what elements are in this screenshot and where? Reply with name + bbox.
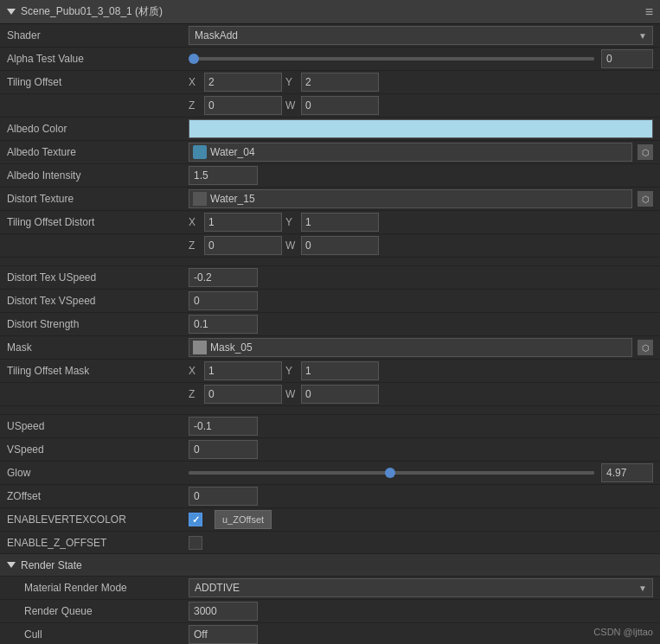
distort-vspeed-controls: 0 bbox=[189, 291, 653, 310]
distort-uspeed-input[interactable]: -0.2 bbox=[189, 268, 258, 287]
alpha-test-row: Alpha Test Value 0 bbox=[0, 48, 660, 71]
tiling-y-input[interactable]: 2 bbox=[301, 73, 379, 92]
albedo-intensity-input[interactable]: 1.5 bbox=[189, 166, 258, 185]
mask-texture-btn[interactable]: ⬡ bbox=[638, 340, 653, 355]
tiling-distort-controls1: X 1 Y 1 bbox=[189, 213, 653, 232]
w-label: W bbox=[285, 99, 298, 112]
albedo-texture-label: Albedo Texture bbox=[7, 146, 189, 158]
zoffset-row: ZOffset 0 bbox=[0, 485, 660, 508]
alpha-test-input[interactable]: 0 bbox=[601, 49, 653, 68]
enable-z-offset-row: ENABLE_Z_OFFSET bbox=[0, 532, 660, 554]
albedo-color-controls bbox=[189, 119, 653, 138]
y-label: Y bbox=[285, 76, 298, 88]
albedo-texture-btn[interactable]: ⬡ bbox=[638, 144, 653, 160]
glow-input[interactable]: 4.97 bbox=[601, 463, 653, 482]
alpha-test-thumb[interactable] bbox=[189, 54, 199, 64]
zoffset-label: ZOffset bbox=[7, 490, 189, 502]
distort-vspeed-label: Distort Tex VSpeed bbox=[7, 295, 189, 307]
zoffset-controls: 0 bbox=[189, 487, 653, 506]
distort-texture-btn[interactable]: ⬡ bbox=[638, 191, 653, 207]
render-state-collapse-icon[interactable] bbox=[7, 562, 16, 568]
tiling-mask-controls2: Z 0 W 0 bbox=[189, 385, 653, 404]
tiling-distort-w[interactable]: 0 bbox=[301, 236, 379, 255]
distort-strength-row: Distort Strength 0.1 bbox=[0, 313, 660, 336]
mask-label: Mask bbox=[7, 341, 189, 354]
tiling-mask-row2: Z 0 W 0 bbox=[0, 383, 660, 406]
tiling-distort-y[interactable]: 1 bbox=[301, 213, 379, 232]
mask-icon bbox=[193, 341, 207, 354]
enablevertexcolor-checkbox[interactable]: ✓ bbox=[189, 513, 202, 526]
albedo-texture-row: Albedo Texture Water_04 ⬡ bbox=[0, 141, 660, 164]
alpha-test-label: Alpha Test Value bbox=[7, 53, 189, 65]
menu-icon[interactable]: ≡ bbox=[645, 4, 653, 20]
tiling-x-input[interactable]: 2 bbox=[204, 73, 282, 92]
x-label: X bbox=[189, 76, 201, 88]
albedo-intensity-controls: 1.5 bbox=[189, 166, 653, 185]
tiling-mask-z[interactable]: 0 bbox=[204, 385, 282, 404]
tiling-distort-row1: Tiling Offset Distort X 1 Y 1 bbox=[0, 211, 660, 234]
tiling-offset-row1: Tiling Offset X 2 Y 2 bbox=[0, 71, 660, 94]
albedo-color-label: Albedo Color bbox=[7, 123, 189, 135]
shader-dropdown[interactable]: MaskAdd ▼ bbox=[189, 26, 653, 45]
glow-controls: 4.97 bbox=[189, 463, 653, 482]
distort-strength-input[interactable]: 0.1 bbox=[189, 315, 258, 334]
alpha-test-track bbox=[189, 57, 594, 61]
tiling-mask-controls1: X 1 Y 1 bbox=[189, 361, 653, 380]
collapse-icon[interactable] bbox=[7, 9, 16, 15]
shader-label: Shader bbox=[7, 29, 189, 41]
tiling-w-input[interactable]: 0 bbox=[301, 96, 379, 115]
spacer-row1 bbox=[0, 258, 660, 266]
albedo-texture-icon bbox=[193, 145, 207, 159]
glow-slider[interactable] bbox=[189, 471, 594, 475]
render-state-label: Render State bbox=[21, 559, 82, 571]
material-render-mode-controls: ADDTIVE ▼ bbox=[189, 578, 653, 597]
render-queue-controls: 3000 bbox=[189, 602, 653, 621]
distort-vspeed-input[interactable]: 0 bbox=[189, 291, 258, 310]
tiling-offset-row2: Z 0 W 0 bbox=[0, 94, 660, 118]
shader-controls: MaskAdd ▼ bbox=[189, 26, 653, 45]
distort-uspeed-label: Distort Tex USpeed bbox=[7, 271, 189, 284]
tiling-offset-controls2: Z 0 W 0 bbox=[189, 96, 653, 115]
material-render-mode-row: Material Render Mode ADDTIVE ▼ bbox=[0, 577, 660, 600]
z-label: Z bbox=[189, 99, 201, 112]
mask-texture-field[interactable]: Mask_05 bbox=[189, 338, 632, 357]
tiling-distort-x[interactable]: 1 bbox=[204, 213, 282, 232]
dw-label: W bbox=[285, 239, 298, 252]
tiling-offset-controls1: X 2 Y 2 bbox=[189, 73, 653, 92]
render-queue-row: Render Queue 3000 bbox=[0, 600, 660, 623]
dz-label: Z bbox=[189, 239, 201, 252]
tiling-mask-w[interactable]: 0 bbox=[301, 385, 379, 404]
tiling-mask-row1: Tiling Offset Mask X 1 Y 1 bbox=[0, 360, 660, 383]
tiling-xy-group: X 2 Y 2 bbox=[189, 73, 653, 92]
mz-label: Z bbox=[189, 388, 201, 400]
tiling-mask-x[interactable]: 1 bbox=[204, 361, 282, 380]
albedo-intensity-label: Albedo Intensity bbox=[7, 169, 189, 182]
distort-texture-field[interactable]: Water_15 bbox=[189, 189, 632, 208]
enable-z-offset-checkbox[interactable] bbox=[189, 536, 202, 550]
tiling-z-input[interactable]: 0 bbox=[204, 96, 282, 115]
tiling-distort-z[interactable]: 0 bbox=[204, 236, 282, 255]
mask-row: Mask Mask_05 ⬡ bbox=[0, 336, 660, 360]
vspeed-label: VSpeed bbox=[7, 443, 189, 456]
tiling-mask-y[interactable]: 1 bbox=[301, 361, 379, 380]
cull-controls: Off bbox=[189, 625, 653, 644]
vspeed-input[interactable]: 0 bbox=[189, 440, 258, 459]
render-state-header: Render State bbox=[0, 554, 660, 577]
mask-controls: Mask_05 ⬡ bbox=[189, 338, 653, 357]
albedo-color-swatch[interactable] bbox=[189, 119, 653, 138]
panel-title: Scene_Pubu01_3_08_1 (材质) bbox=[21, 4, 163, 19]
vspeed-controls: 0 bbox=[189, 440, 653, 459]
tiling-mask-zw: Z 0 W 0 bbox=[189, 385, 653, 404]
zoffset-input[interactable]: 0 bbox=[189, 487, 258, 506]
material-render-mode-label: Material Render Mode bbox=[7, 582, 189, 594]
cull-input[interactable]: Off bbox=[189, 625, 258, 644]
alpha-test-slider[interactable] bbox=[189, 57, 594, 61]
panel-header: Scene_Pubu01_3_08_1 (材质) ≡ bbox=[0, 0, 660, 24]
render-queue-input[interactable]: 3000 bbox=[189, 602, 258, 621]
material-render-mode-dropdown[interactable]: ADDTIVE ▼ bbox=[189, 578, 653, 597]
albedo-texture-field[interactable]: Water_04 bbox=[189, 143, 632, 162]
u-zoffset-btn[interactable]: u_ZOffset bbox=[215, 510, 272, 529]
panel-header-left: Scene_Pubu01_3_08_1 (材质) bbox=[7, 4, 163, 19]
uspeed-input[interactable]: -0.1 bbox=[189, 417, 258, 436]
glow-thumb[interactable] bbox=[385, 468, 395, 478]
